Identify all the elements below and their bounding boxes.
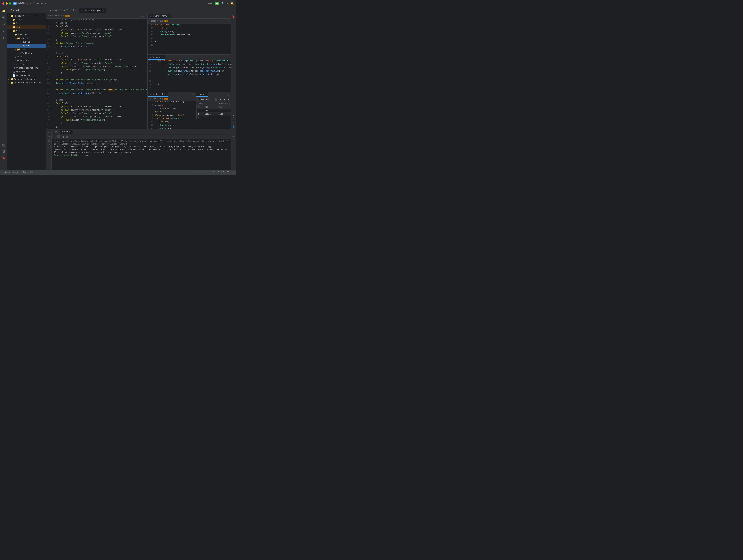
terminal-icon[interactable]: ⬛ [1,143,6,148]
tab-close-icon[interactable]: ✕ [103,9,104,12]
tree-item-lib[interactable]: ▸ 📁 lib [7,21,46,25]
tab-student[interactable]: ☕ Student.java [148,92,169,97]
run-clear-btn[interactable]: ⊘ [65,135,69,139]
search-icon[interactable]: 🔍 [221,2,225,5]
chevron-up-icon[interactable]: ∧ [139,15,141,17]
tab-testmapper[interactable]: ☕ TestMapper.java ✕ [79,8,106,13]
run-tab-main[interactable]: ● Main ✕ [60,130,73,134]
tree-item-comtest[interactable]: ▾ 📁 com.test [7,33,46,36]
db-data-row[interactable]: 1 111 2 [196,109,231,113]
tree-item-scratches[interactable]: ▸ 📁 Scratches and Consoles [7,81,46,85]
maximize-button[interactable] [9,2,11,5]
tree-item-teacher[interactable]: ☕ Teacher [7,44,46,48]
chevron-up-icon[interactable]: ∧ [191,98,192,100]
bookmark-tool-icon[interactable]: 🔖 [231,15,235,19]
line-number: 24 [46,62,51,66]
git-activity-icon[interactable]: ⎇ [1,22,6,27]
tree-item-mybatis-config[interactable]: ⟨⟩ mybatis-config.xml [7,66,46,70]
bookmark-icon[interactable]: 🔖 [1,155,6,161]
tree-item-out[interactable]: ▸ 📁 out [7,25,46,29]
search-activity-icon[interactable]: 🔍 [1,15,6,20]
db-panel-options-icon[interactable]: ⋮ [225,94,231,97]
tab-teach-table[interactable]: ⊞ teach [196,92,208,97]
chevron-down-icon[interactable]: ∨ [142,15,143,17]
tab-teacher[interactable]: ☕ Teacher.java ✕ [148,14,171,18]
run-tab-close[interactable]: ✕ [69,131,71,133]
code-scroll-area[interactable]: Student getStudent(xml #id) no usages 14… [46,18,147,129]
line-content: } [153,83,231,87]
tree-item-mapper[interactable]: ▾ 📁 mapper [7,48,46,51]
tree-item-gitignore[interactable]: ◌ .gitignore [7,62,46,66]
run-pause-btn[interactable]: ⏸ [61,135,65,139]
run-output-area[interactable]: /Users/eve/Library/Java/JavaVirtualMachi… [52,139,231,170]
close-button[interactable] [2,2,4,5]
student-options-icon[interactable]: ⋮ [190,94,196,97]
tab-mybatis-config[interactable]: ⟨⟩ mybatis-config.xml ✕ [46,8,79,13]
tree-item-external-libs[interactable]: ▸ 📁 External Libraries [7,77,46,81]
run-suspend-icon[interactable]: ⏸ [48,143,50,146]
run-activity-icon[interactable]: ▶ [1,29,6,34]
chevron-up-icon[interactable]: ∧ [223,20,224,22]
tab-close-icon[interactable]: ✕ [75,9,76,11]
tree-item-src[interactable]: ▾ 📁 src [7,29,46,33]
add-row-btn[interactable]: + [219,98,222,101]
tab-main-java[interactable]: ☕ Main.java [148,55,165,60]
run-stop-icon[interactable]: ⬛ [48,139,50,142]
run-output-line: [Student(sid=1, name=male, sex=t, teache… [54,148,228,154]
status-branch[interactable]: ⎇ WebStudy › src › Main › main [2,171,34,174]
close-panel-icon[interactable]: ✕ [228,20,229,22]
tree-item-entity[interactable]: ▾ 📁 entity [7,36,46,40]
status-expand-icon[interactable]: ⤢ [232,171,234,174]
db-data-row[interactable]: 3 1 2 [196,116,231,120]
student-code-content[interactable]: 1 package com.test.entity; 3 ▶ import ..… [148,101,196,129]
more-icon[interactable]: ··· [1,162,6,167]
chevron-down-icon[interactable]: ∨ [193,98,195,100]
project-name[interactable]: WebStudy [18,2,29,5]
extensions-icon[interactable]: ⊞ [1,35,6,41]
run-tab-run[interactable]: Run [52,130,60,134]
run-panel-toggle[interactable]: ▾ [46,131,52,134]
bell-icon[interactable]: 🔔 [230,2,234,5]
close-panel-icon[interactable]: ✕ [145,15,146,17]
refresh-btn[interactable]: ↺ [210,98,213,101]
folder-icon[interactable]: 📁 [1,8,6,14]
panel-options-icon[interactable]: ⋮ [225,15,231,18]
editor-options-icon[interactable]: ⋮ [230,10,236,13]
run-settings-btn[interactable]: ⋮ [69,135,73,139]
run-restart-icon[interactable]: ↺ [48,135,50,138]
tab-close-icon[interactable]: ✕ [168,15,169,17]
database-icon[interactable]: 🗄 [1,149,6,154]
row-count-select[interactable]: 3 rows [198,98,209,101]
stop-btn[interactable]: ⬛ [214,98,218,101]
structure-icon[interactable]: ≡ [231,20,235,25]
run-button[interactable]: ▶ [215,2,219,5]
tree-item-testmapper[interactable]: ☕ TestMapper [7,51,46,55]
tree-item-textxml[interactable]: ⟨⟩ text.xml [7,70,46,74]
settings-icon[interactable]: ⚙ [227,2,228,5]
tree-item-mybatisutil[interactable]: ☕ MybatisUtil [7,59,46,62]
tree-item-idea[interactable]: ▸ 📁 .idea [7,18,46,21]
nav-next-btn[interactable]: ▶ [227,98,230,101]
minimize-button[interactable] [6,2,8,5]
teacher-code-content[interactable]: 12 public class Teacher { 13 int tid; 14 [148,24,231,54]
main-java-content[interactable]: ● 7 public static void main(String[] arg… [148,60,231,92]
run-restart-btn[interactable]: ↺ [53,135,56,139]
run-stop-btn[interactable]: ⬛ [57,135,61,139]
chevron-down-icon[interactable]: ∨ [225,20,227,22]
tree-item-iml[interactable]: 📄 WebStudy.iml [7,74,46,77]
nav-prev-btn[interactable]: ◀ [223,98,226,101]
user-tool-icon[interactable]: 👤 [231,125,235,129]
db-data-area[interactable]: # sid ↕ tid ↕ 1 111 2 [196,105,231,129]
run-filter-icon[interactable]: ⋮ [48,147,50,150]
status-main: Main [23,171,27,173]
line-number: 10 [148,70,153,73]
branch-indicator[interactable]: ⎇ master ▾ [32,2,46,5]
tree-item-webstudy[interactable]: ▾ 📁 WebStudy ~/Desktop/CS/Jav [7,14,46,18]
db-data-row[interactable]: 2 12312 3123 [196,113,231,116]
run-scroll-up-icon[interactable]: ▴ [233,135,234,137]
run-scroll-down-icon[interactable]: ▾ [233,139,234,141]
tree-item-main[interactable]: ☕ Main [7,55,46,59]
mid-panel-options-icon[interactable]: ⋮ [225,56,231,60]
tree-item-student[interactable]: ☕ Student [7,40,46,44]
settings-tool-icon[interactable]: ⚙ [231,119,235,123]
